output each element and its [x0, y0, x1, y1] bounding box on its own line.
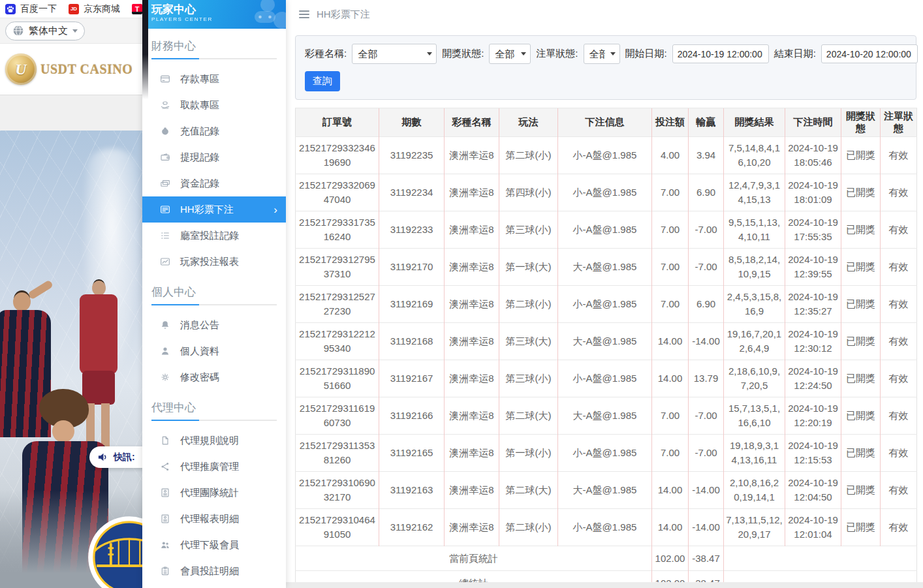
- player-center-sidebar: 玩家中心 PLAYERS CENTER 財務中心存款專區取款專區充值記錄提現記錄…: [142, 0, 286, 588]
- cell-order_status: 有效: [881, 323, 917, 360]
- gear-icon: [160, 372, 170, 382]
- col-header-bet_time: 下注時間: [785, 108, 841, 137]
- sidebar-item-announcements[interactable]: 消息公告: [142, 312, 286, 338]
- cell-period: 31192166: [379, 397, 445, 435]
- sidebar-item-label: 資金記錄: [180, 178, 219, 190]
- cell-play_type: 第二球(小): [499, 509, 558, 546]
- speaker-icon: [97, 452, 108, 463]
- deposit-card-icon: [160, 74, 170, 84]
- cell-order_status: 有效: [881, 360, 917, 397]
- cell-order_status: 有效: [881, 472, 917, 509]
- sidebar-item-agent-report-detail[interactable]: 代理報表明細: [142, 506, 286, 532]
- jd-icon: JD: [69, 4, 79, 14]
- page-title: HH彩票下注: [317, 8, 370, 21]
- window-edge-shadow: [142, 0, 148, 99]
- start-date-input[interactable]: [672, 44, 769, 63]
- sidebar-item-agent-sub-members[interactable]: 代理下級會員: [142, 532, 286, 558]
- cell-draw_status: 已開獎: [841, 249, 881, 286]
- sidebar-item-member-transaction-detail[interactable]: 會員交易明細: [142, 584, 286, 588]
- cell-bet_info: 小-A盤@1.985: [558, 286, 652, 323]
- bookmark-jd[interactable]: JD京东商城: [69, 3, 120, 15]
- summary-empty: [724, 546, 917, 571]
- sidebar-item-agent-team-stats[interactable]: 代理團隊統計: [142, 480, 286, 506]
- sidebar-item-room-bet-records[interactable]: 廳室投註記錄: [142, 223, 286, 249]
- table-row: 215217293317351624031192233澳洲幸运8第三球(小)小-…: [296, 211, 917, 249]
- cell-win_loss: -14.00: [689, 323, 724, 360]
- cell-bet_info: 大-A盤@1.985: [558, 472, 652, 509]
- bookmark-label: 京东商城: [84, 3, 120, 15]
- bookmark-tmall[interactable]: T天猫: [132, 3, 142, 15]
- cell-order_status: 有效: [881, 174, 917, 211]
- sidebar-item-funds-record[interactable]: 資金記錄: [142, 170, 286, 196]
- bookmarks-bar: 百度一下JD京东商城T天猫: [0, 0, 142, 18]
- table-row: 215217293122129534031192168澳洲幸运8第三球(大)大-…: [296, 323, 917, 360]
- bookmark-baidu[interactable]: 百度一下: [5, 3, 57, 15]
- globe-icon: [12, 25, 24, 37]
- sidebar-item-agent-promotion[interactable]: 代理推廣管理: [142, 454, 286, 480]
- funds-record-icon: [160, 178, 170, 189]
- cell-lottery_name: 澳洲幸运8: [445, 286, 499, 323]
- cell-draw_status: 已開獎: [841, 397, 881, 435]
- sidebar-item-recharge-record[interactable]: 充值記錄: [142, 118, 286, 144]
- site-logo: U USDT CASINO: [0, 44, 142, 95]
- draw-status-filter-label: 開獎狀態:: [442, 48, 484, 60]
- hamburger-icon[interactable]: [299, 10, 309, 18]
- user-icon: [160, 346, 170, 356]
- sidebar-item-member-bet-detail[interactable]: 會員投註明細: [142, 558, 286, 584]
- cell-order_no: 2152172933206947040: [296, 174, 379, 211]
- cell-period: 31192165: [379, 435, 445, 472]
- col-header-draw_result: 開獎結果: [724, 108, 785, 137]
- sidebar-item-withdraw[interactable]: 取款專區: [142, 92, 286, 118]
- end-date-input[interactable]: [821, 44, 918, 63]
- summary-row: 當前頁統計102.00-38.47: [296, 546, 917, 571]
- cell-order_no: 2152172931189051660: [296, 360, 379, 397]
- search-button[interactable]: 查詢: [305, 71, 340, 91]
- draw-status-select[interactable]: 全部: [489, 44, 531, 64]
- cell-bet_time: 2024-10-19 12:01:04: [785, 509, 841, 546]
- cell-win_loss: -7.00: [689, 211, 724, 249]
- cell-bet_amount: 7.00: [652, 397, 689, 435]
- sidebar-item-agent-rules[interactable]: 代理規則說明: [142, 427, 286, 454]
- cell-win_loss: -14.00: [689, 509, 724, 546]
- sidebar-item-deposit[interactable]: 存款專區: [142, 66, 286, 92]
- cell-bet_info: 小-A盤@1.985: [558, 174, 652, 211]
- sidebar-item-hh-lottery-bets[interactable]: HH彩票下注›: [142, 196, 286, 223]
- member-bets-icon: [160, 566, 170, 576]
- cell-bet_info: 大-A盤@1.985: [558, 323, 652, 360]
- section-divider: [151, 58, 277, 59]
- cell-period: 31192162: [379, 509, 445, 546]
- table-row: 215217293106903217031192163澳洲幸运8第二球(大)大-…: [296, 472, 917, 509]
- sidebar-item-withdraw-record[interactable]: 提現記錄: [142, 144, 286, 170]
- language-selector[interactable]: 繁体中文: [5, 22, 85, 40]
- order-status-select[interactable]: 全部: [584, 44, 620, 64]
- sidebar-item-profile[interactable]: 個人資料: [142, 338, 286, 364]
- withdraw-hand-icon: [160, 100, 170, 110]
- team-stats-icon: [160, 487, 170, 498]
- summary-winloss-total: -38.47: [689, 546, 724, 571]
- sidebar-item-change-password[interactable]: 修改密碼: [142, 364, 286, 390]
- sidebar-item-player-report[interactable]: 玩家投注報表: [142, 249, 286, 275]
- cell-play_type: 第四球(小): [499, 174, 558, 211]
- cell-draw_status: 已開獎: [841, 472, 881, 509]
- sidebar-item-label: 代理規則說明: [180, 435, 239, 447]
- lottery-select[interactable]: 全部: [352, 44, 437, 64]
- cell-lottery_name: 澳洲幸运8: [445, 509, 499, 546]
- cell-bet_info: 大-A盤@1.985: [558, 249, 652, 286]
- section-divider: [151, 304, 277, 305]
- cell-period: 31192167: [379, 360, 445, 397]
- cell-bet_amount: 4.00: [652, 137, 689, 174]
- news-ticker[interactable]: 快訊:: [89, 446, 142, 468]
- horizontal-scrollbar[interactable]: [286, 582, 923, 588]
- language-label: 繁体中文: [29, 25, 68, 37]
- end-date-label: 結束日期:: [774, 48, 816, 60]
- sidebar-item-label: 修改密碼: [180, 371, 219, 384]
- cell-draw_result: 7,5,14,8,4,16,10,20: [724, 137, 785, 174]
- cell-draw_status: 已開獎: [841, 509, 881, 546]
- cell-draw_status: 已開獎: [841, 323, 881, 360]
- cell-period: 31192170: [379, 249, 445, 286]
- player-figure: [92, 281, 106, 296]
- cell-lottery_name: 澳洲幸运8: [445, 472, 499, 509]
- cell-play_type: 第一球(大): [499, 249, 558, 286]
- sidebar-item-label: 會員投註明細: [180, 565, 239, 578]
- cell-order_status: 有效: [881, 249, 917, 286]
